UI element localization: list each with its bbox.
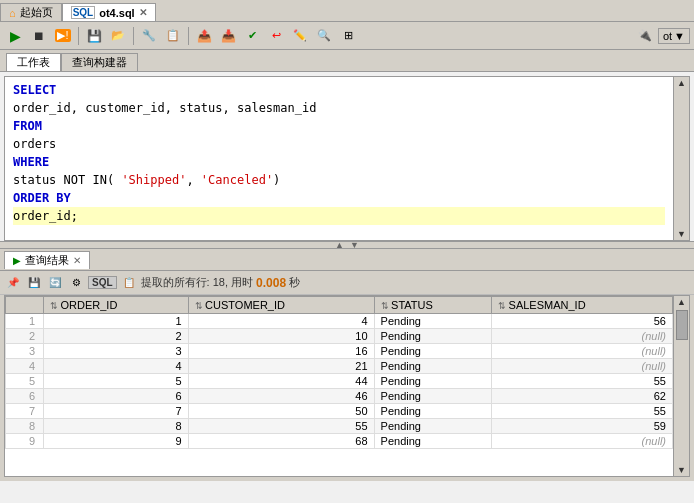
cell-salesman-id: (null)	[492, 359, 673, 374]
cell-salesman-id: (null)	[492, 434, 673, 449]
sql-where-clause: status NOT IN( 'Shipped', 'Canceled')	[13, 173, 280, 187]
cell-rownum: 4	[6, 359, 44, 374]
cell-status: Pending	[374, 419, 491, 434]
cell-customer-id: 46	[188, 389, 374, 404]
table-row: 4 4 21 Pending (null)	[6, 359, 673, 374]
results-scrollbar[interactable]: ▲ ▼	[674, 295, 690, 477]
table-row: 8 8 55 Pending 59	[6, 419, 673, 434]
scroll-up[interactable]: ▲	[676, 77, 687, 89]
cell-order-id: 7	[44, 404, 189, 419]
eraser-button[interactable]: ✏️	[289, 25, 311, 47]
cell-status: Pending	[374, 344, 491, 359]
sql-columns: order_id, customer_id, status, salesman_…	[13, 101, 316, 115]
cell-rownum: 6	[6, 389, 44, 404]
tab-sql-close[interactable]: ✕	[139, 7, 147, 18]
cell-salesman-id: (null)	[492, 344, 673, 359]
sort-icon: ⇅	[50, 301, 61, 311]
table-row: 7 7 50 Pending 55	[6, 404, 673, 419]
cell-status: Pending	[374, 374, 491, 389]
col-header-rownum	[6, 297, 44, 314]
sql-scrollbar[interactable]: ▲ ▼	[674, 76, 690, 241]
cell-status: Pending	[374, 404, 491, 419]
cell-rownum: 8	[6, 419, 44, 434]
cell-customer-id: 10	[188, 329, 374, 344]
results-scroll-up[interactable]: ▲	[676, 296, 687, 308]
results-table: ⇅ ORDER_ID ⇅ CUSTOMER_ID ⇅ STATUS ⇅ SALE…	[5, 296, 673, 449]
col-header-order-id[interactable]: ⇅ ORDER_ID	[44, 297, 189, 314]
sql-badge: SQL	[88, 276, 117, 289]
tab-worksheet[interactable]: 工作表	[6, 53, 61, 71]
sql-editor[interactable]: SELECT order_id, customer_id, status, sa…	[4, 76, 674, 241]
cell-status: Pending	[374, 359, 491, 374]
search-button[interactable]: 🔍	[313, 25, 335, 47]
results-tab-close[interactable]: ✕	[73, 255, 81, 266]
cell-customer-id: 16	[188, 344, 374, 359]
cell-order-id: 5	[44, 374, 189, 389]
sql-orderby-col: order_id;	[13, 209, 78, 223]
cell-order-id: 8	[44, 419, 189, 434]
open-button[interactable]: 📂	[107, 25, 129, 47]
table-row: 1 1 4 Pending 56	[6, 314, 673, 329]
cell-status: Pending	[374, 434, 491, 449]
cell-rownum: 9	[6, 434, 44, 449]
cell-status: Pending	[374, 329, 491, 344]
run-button[interactable]: ▶	[4, 25, 26, 47]
commit-button[interactable]: ✔	[241, 25, 263, 47]
resize-handle[interactable]: ▲ ▼	[0, 241, 694, 249]
import-button[interactable]: 📥	[217, 25, 239, 47]
cell-rownum: 7	[6, 404, 44, 419]
status-text: 提取的所有行: 18, 用时	[141, 275, 253, 290]
cell-order-id: 6	[44, 389, 189, 404]
results-scroll-down[interactable]: ▼	[676, 464, 687, 476]
cell-status: Pending	[374, 389, 491, 404]
cell-order-id: 9	[44, 434, 189, 449]
results-tab-query[interactable]: ▶ 查询结果 ✕	[4, 251, 90, 269]
connect-icon: 🔌	[634, 25, 656, 47]
cell-rownum: 1	[6, 314, 44, 329]
cell-salesman-id: 55	[492, 404, 673, 419]
rollback-button[interactable]: ↩	[265, 25, 287, 47]
col-header-status[interactable]: ⇅ STATUS	[374, 297, 491, 314]
stop-button[interactable]: ⏹	[28, 25, 50, 47]
copy-button[interactable]: 📋	[120, 274, 138, 292]
status-unit: 秒	[289, 275, 300, 290]
cell-customer-id: 68	[188, 434, 374, 449]
debug-button[interactable]: ▶!	[52, 25, 74, 47]
save-results-button[interactable]: 💾	[25, 274, 43, 292]
table-row: 5 5 44 Pending 55	[6, 374, 673, 389]
tab-sql[interactable]: SQL ot4.sql ✕	[62, 3, 156, 21]
results-table-container: ⇅ ORDER_ID ⇅ CUSTOMER_ID ⇅ STATUS ⇅ SALE…	[4, 295, 674, 477]
dropdown-arrow: ▼	[674, 30, 685, 42]
scroll-down[interactable]: ▼	[676, 228, 687, 240]
connection-dropdown[interactable]: ot ▼	[658, 28, 690, 44]
cell-salesman-id: 62	[492, 389, 673, 404]
table-row: 2 2 10 Pending (null)	[6, 329, 673, 344]
cell-customer-id: 50	[188, 404, 374, 419]
filter-button[interactable]: ⚙	[67, 274, 85, 292]
col-header-salesman-id[interactable]: ⇅ SALESMAN_ID	[492, 297, 673, 314]
tab-home[interactable]: ⌂ 起始页	[0, 3, 62, 21]
grid-button[interactable]: ⊞	[337, 25, 359, 47]
sql-from-table: orders	[13, 137, 56, 151]
results-panel: ▶ 查询结果 ✕ 📌 💾 🔄 ⚙ SQL 📋 提取的所有行: 18, 用时 0.…	[0, 249, 694, 481]
cell-salesman-id: (null)	[492, 329, 673, 344]
cell-order-id: 4	[44, 359, 189, 374]
pin-button[interactable]: 📌	[4, 274, 22, 292]
refresh-button[interactable]: 🔄	[46, 274, 64, 292]
table-row: 6 6 46 Pending 62	[6, 389, 673, 404]
cell-customer-id: 21	[188, 359, 374, 374]
separator-2	[133, 27, 134, 45]
tab-query-builder[interactable]: 查询构建器	[61, 53, 138, 71]
cell-rownum: 2	[6, 329, 44, 344]
kw-orderby: ORDER BY	[13, 191, 71, 205]
save-button[interactable]: 💾	[83, 25, 105, 47]
results-scroll-thumb[interactable]	[676, 310, 688, 340]
history-button[interactable]: 📋	[162, 25, 184, 47]
col-header-customer-id[interactable]: ⇅ CUSTOMER_ID	[188, 297, 374, 314]
sort-icon-2: ⇅	[195, 301, 206, 311]
table-row: 9 9 68 Pending (null)	[6, 434, 673, 449]
format-button[interactable]: 🔧	[138, 25, 160, 47]
results-tab-label: 查询结果	[25, 253, 69, 268]
export-button[interactable]: 📤	[193, 25, 215, 47]
tab-worksheet-label: 工作表	[17, 55, 50, 70]
